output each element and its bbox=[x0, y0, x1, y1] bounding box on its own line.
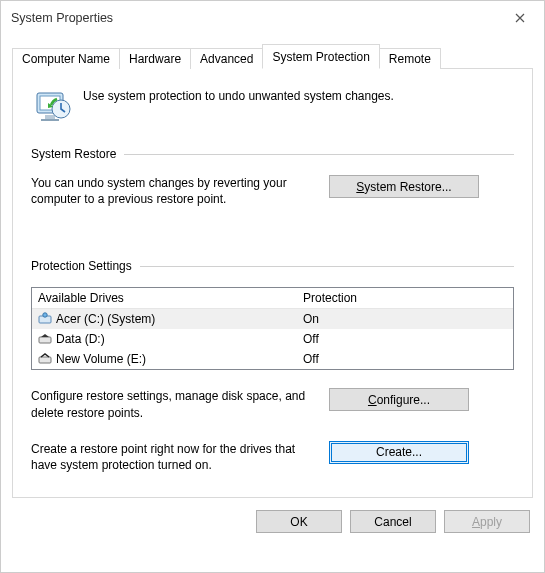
drive-icon bbox=[38, 332, 52, 346]
svg-point-6 bbox=[43, 313, 47, 317]
ok-button[interactable]: OK bbox=[256, 510, 342, 533]
system-protection-icon bbox=[31, 85, 71, 125]
create-button[interactable]: Create... bbox=[329, 441, 469, 464]
drive-name: Data (D:) bbox=[56, 332, 105, 346]
drive-protection: On bbox=[303, 312, 507, 326]
svg-rect-3 bbox=[41, 119, 59, 121]
drive-name: New Volume (E:) bbox=[56, 352, 146, 366]
drive-icon bbox=[38, 352, 52, 366]
divider bbox=[140, 266, 514, 267]
close-icon bbox=[515, 13, 525, 23]
drive-row[interactable]: Acer (C:) (System) On bbox=[32, 309, 513, 329]
apply-button: Apply bbox=[444, 510, 530, 533]
system-restore-button[interactable]: System Restore... bbox=[329, 175, 479, 198]
drive-protection: Off bbox=[303, 352, 507, 366]
tab-strip: Computer Name Hardware Advanced System P… bbox=[12, 43, 533, 68]
divider bbox=[124, 154, 514, 155]
tab-advanced[interactable]: Advanced bbox=[190, 48, 263, 69]
create-text: Create a restore point right now for the… bbox=[31, 441, 311, 473]
tab-computer-name[interactable]: Computer Name bbox=[12, 48, 120, 69]
drive-system-icon bbox=[38, 312, 52, 326]
svg-rect-2 bbox=[45, 115, 55, 119]
drive-row[interactable]: New Volume (E:) Off bbox=[32, 349, 513, 369]
intro-text: Use system protection to undo unwanted s… bbox=[83, 85, 394, 103]
col-protection: Protection bbox=[303, 291, 507, 305]
col-available-drives: Available Drives bbox=[38, 291, 303, 305]
cancel-button[interactable]: Cancel bbox=[350, 510, 436, 533]
dialog-footer: OK Cancel Apply bbox=[1, 498, 544, 547]
tab-system-protection[interactable]: System Protection bbox=[262, 44, 379, 69]
window-title: System Properties bbox=[11, 11, 113, 25]
drive-protection: Off bbox=[303, 332, 507, 346]
tab-panel: Use system protection to undo unwanted s… bbox=[12, 68, 533, 498]
protection-settings-heading: Protection Settings bbox=[31, 259, 132, 273]
drive-row[interactable]: Data (D:) Off bbox=[32, 329, 513, 349]
system-restore-heading: System Restore bbox=[31, 147, 116, 161]
tab-remote[interactable]: Remote bbox=[379, 48, 441, 69]
system-restore-text: You can undo system changes by reverting… bbox=[31, 175, 311, 207]
tab-hardware[interactable]: Hardware bbox=[119, 48, 191, 69]
drives-list[interactable]: Available Drives Protection Acer (C:) (S… bbox=[31, 287, 514, 370]
configure-button[interactable]: Configure... bbox=[329, 388, 469, 411]
drive-name: Acer (C:) (System) bbox=[56, 312, 155, 326]
configure-text: Configure restore settings, manage disk … bbox=[31, 388, 311, 420]
svg-rect-7 bbox=[39, 337, 51, 343]
title-bar: System Properties bbox=[1, 1, 544, 35]
drives-header: Available Drives Protection bbox=[32, 288, 513, 309]
svg-rect-8 bbox=[39, 357, 51, 363]
close-button[interactable] bbox=[497, 3, 542, 33]
